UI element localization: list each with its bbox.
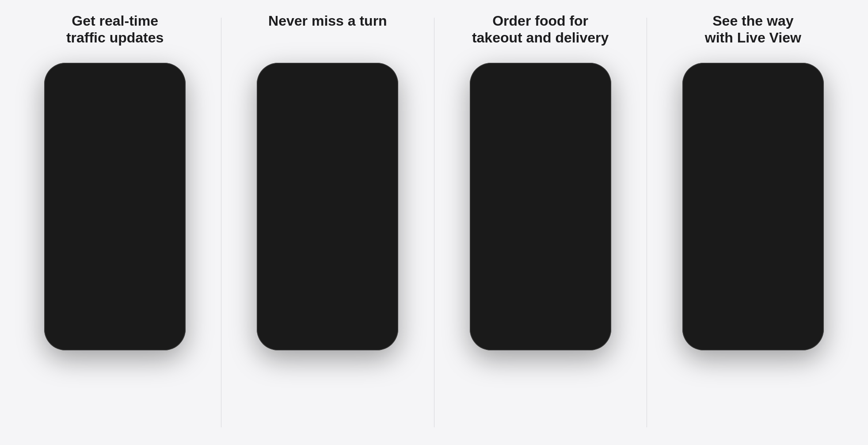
feature-liveview: See the way with Live View bbox=[647, 0, 859, 445]
app-container: Get real-time traffic updates bbox=[0, 0, 868, 445]
phone-frame-1 bbox=[44, 63, 186, 350]
feature-traffic: Get real-time traffic updates bbox=[9, 0, 221, 445]
feature-title-liveview: See the way with Live View bbox=[705, 12, 801, 52]
phone-frame-4 bbox=[682, 63, 824, 350]
phone-frame-3 bbox=[470, 63, 611, 350]
feature-food: Order food for takeout and delivery bbox=[434, 0, 647, 445]
phone-liveview: Henry St 9:41 ▪▪▪ ▲ ▮ bbox=[682, 63, 824, 350]
phone-traffic: 101 101 280 280 + bbox=[44, 63, 186, 350]
phone-frame-2 bbox=[257, 63, 398, 350]
feature-title-navigation: Never miss a turn bbox=[268, 12, 387, 52]
feature-title-traffic: Get real-time traffic updates bbox=[66, 12, 164, 52]
feature-title-food: Order food for takeout and delivery bbox=[472, 12, 609, 52]
feature-navigation: Never miss a turn Home bbox=[221, 0, 434, 445]
phone-food: ✕ Order food ⋮ 👤 9:41 ▪▪▪ ▲ ▮ bbox=[470, 63, 611, 350]
phone-navigation: Homer Ave Channing Ave Addison Ave Linco… bbox=[257, 63, 398, 350]
